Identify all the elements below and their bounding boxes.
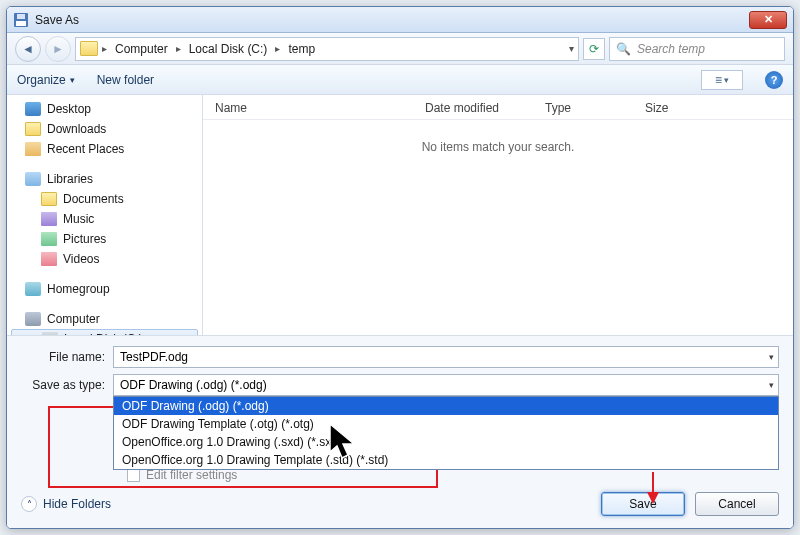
chevron-down-icon: ▾	[70, 75, 75, 85]
saveastype-select[interactable]: ODF Drawing (.odg) (*.odg) ▾	[113, 374, 779, 396]
videos-icon	[41, 252, 57, 266]
help-button[interactable]: ?	[765, 71, 783, 89]
col-date[interactable]: Date modified	[425, 101, 545, 115]
chevron-down-icon[interactable]: ▾	[569, 43, 574, 54]
chevron-up-icon: ˄	[21, 496, 37, 512]
sidebar-item-downloads[interactable]: Downloads	[7, 119, 202, 139]
documents-icon	[41, 192, 57, 206]
list-icon: ≡	[715, 73, 722, 87]
dialog-title: Save As	[35, 13, 749, 27]
sidebar: Desktop Downloads Recent Places Librarie…	[7, 95, 203, 335]
computer-icon	[25, 312, 41, 326]
sidebar-item-documents[interactable]: Documents	[7, 189, 202, 209]
sidebar-item-videos[interactable]: Videos	[7, 249, 202, 269]
sidebar-item-libraries[interactable]: Libraries	[7, 169, 202, 189]
col-type[interactable]: Type	[545, 101, 645, 115]
forward-button[interactable]: ►	[45, 36, 71, 62]
save-button[interactable]: Save	[601, 492, 685, 516]
sidebar-item-homegroup[interactable]: Homegroup	[7, 279, 202, 299]
chevron-icon: ▸	[102, 43, 107, 54]
breadcrumb-seg[interactable]: temp	[282, 42, 321, 56]
libraries-icon	[25, 172, 41, 186]
view-button[interactable]: ≡▾	[701, 70, 743, 90]
close-button[interactable]: ✕	[749, 11, 787, 29]
svg-rect-2	[17, 14, 25, 19]
type-option[interactable]: ODF Drawing Template (.otg) (*.otg)	[114, 415, 778, 433]
col-size[interactable]: Size	[645, 101, 725, 115]
filename-input[interactable]: TestPDF.odg ▾	[113, 346, 779, 368]
save-as-dialog: Save As ✕ ◄ ► ▸ Computer ▸ Local Disk (C…	[6, 6, 794, 529]
file-list: Name Date modified Type Size No items ma…	[203, 95, 793, 335]
sidebar-item-music[interactable]: Music	[7, 209, 202, 229]
chevron-down-icon[interactable]: ▾	[769, 352, 774, 362]
sidebar-item-recent[interactable]: Recent Places	[7, 139, 202, 159]
breadcrumb[interactable]: ▸ Computer ▸ Local Disk (C:) ▸ temp ▾	[75, 37, 579, 61]
desktop-icon	[25, 102, 41, 116]
sidebar-item-pictures[interactable]: Pictures	[7, 229, 202, 249]
folder-icon	[80, 41, 98, 56]
col-name[interactable]: Name	[215, 101, 425, 115]
sidebar-item-computer[interactable]: Computer	[7, 309, 202, 329]
chevron-down-icon[interactable]: ▾	[769, 380, 774, 390]
column-headers[interactable]: Name Date modified Type Size	[203, 95, 793, 120]
type-option[interactable]: OpenOffice.org 1.0 Drawing (.sxd) (*.sxd…	[114, 433, 778, 451]
homegroup-icon	[25, 282, 41, 296]
svg-rect-1	[16, 21, 26, 26]
hide-folders-button[interactable]: ˄ Hide Folders	[21, 496, 111, 512]
cancel-button[interactable]: Cancel	[695, 492, 779, 516]
edit-filter-label: Edit filter settings	[146, 468, 237, 482]
sidebar-item-desktop[interactable]: Desktop	[7, 99, 202, 119]
new-folder-button[interactable]: New folder	[97, 73, 154, 87]
edit-filter-checkbox	[127, 469, 140, 482]
toolbar: Organize ▾ New folder ≡▾ ?	[7, 65, 793, 95]
folder-icon	[25, 122, 41, 136]
breadcrumb-seg[interactable]: Computer	[109, 42, 174, 56]
save-icon	[13, 12, 29, 28]
recent-icon	[25, 142, 41, 156]
back-button[interactable]: ◄	[15, 36, 41, 62]
breadcrumb-seg[interactable]: Local Disk (C:)	[183, 42, 274, 56]
refresh-button[interactable]: ⟳	[583, 38, 605, 60]
chevron-icon: ▸	[275, 43, 280, 54]
bottom-panel: File name: TestPDF.odg ▾ Save as type: O…	[7, 335, 793, 528]
titlebar: Save As ✕	[7, 7, 793, 33]
empty-message: No items match your search.	[203, 120, 793, 174]
saveastype-label: Save as type:	[21, 378, 105, 392]
saveastype-dropdown: ODF Drawing (.odg) (*.odg) ODF Drawing T…	[113, 396, 779, 470]
organize-button[interactable]: Organize ▾	[17, 73, 75, 87]
search-icon: 🔍	[616, 42, 631, 56]
type-option[interactable]: OpenOffice.org 1.0 Drawing Template (.st…	[114, 451, 778, 469]
type-option[interactable]: ODF Drawing (.odg) (*.odg)	[114, 397, 778, 415]
pictures-icon	[41, 232, 57, 246]
chevron-icon: ▸	[176, 43, 181, 54]
search-placeholder: Search temp	[637, 42, 705, 56]
filename-label: File name:	[21, 350, 105, 364]
nav-row: ◄ ► ▸ Computer ▸ Local Disk (C:) ▸ temp …	[7, 33, 793, 65]
music-icon	[41, 212, 57, 226]
search-input[interactable]: 🔍 Search temp	[609, 37, 785, 61]
